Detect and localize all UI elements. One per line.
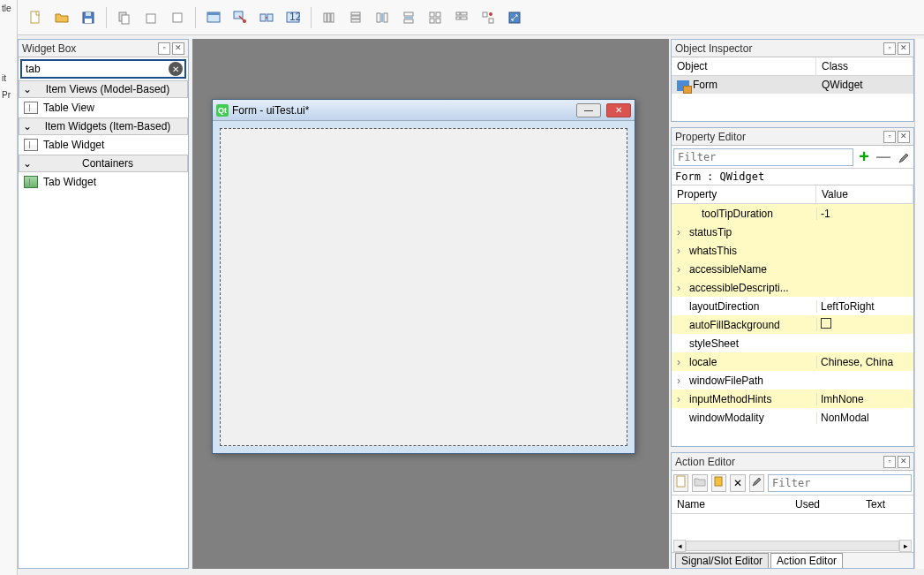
object-row[interactable]: Form QWidget [672,76,913,94]
cut-button[interactable] [165,5,190,30]
new-action-button[interactable] [673,474,688,492]
widget-item[interactable]: Table Widget [19,135,188,155]
property-filter-input[interactable] [673,148,853,166]
dock-close-button[interactable]: ✕ [898,456,910,468]
layout-vertical-button[interactable] [343,5,368,30]
save-file-button[interactable] [76,5,101,30]
design-canvas[interactable]: Qt Form - uiTest.ui* — ✕ [192,39,669,569]
property-row[interactable]: ›accessibleDescripti... [672,278,913,297]
property-value[interactable]: ImhNone [816,393,913,405]
edit-signals-button[interactable] [228,5,252,30]
property-name: inputMethodHints [686,393,816,405]
svg-rect-5 [122,15,129,24]
remove-property-button[interactable]: — [875,148,892,166]
dock-close-button[interactable]: ✕ [898,42,910,55]
expand-icon[interactable]: › [672,375,686,387]
action-filter-input[interactable] [768,474,912,492]
property-row[interactable]: layoutDirectionLeftToRight [672,297,913,315]
widget-search-input[interactable] [24,63,169,75]
property-row[interactable]: toolTipDuration-1 [672,204,913,223]
action-list[interactable] [672,514,913,540]
edit-buddies-button[interactable] [254,5,279,30]
column-header[interactable]: Text [860,496,913,513]
svg-rect-34 [456,17,460,19]
configure-action-button[interactable] [749,474,764,492]
property-name: styleSheet [686,337,816,350]
dock-float-button[interactable]: ▫ [883,131,896,143]
tab-signal-slot-editor[interactable]: Signal/Slot Editor [675,553,769,568]
expand-icon[interactable]: › [672,282,686,294]
category-header[interactable]: ⌄Containers [19,155,188,172]
widget-search-field[interactable]: ✕ [20,59,186,79]
separator-icon [195,7,196,28]
checkbox-unchecked-icon[interactable] [821,318,831,329]
expand-icon[interactable]: › [672,263,686,276]
property-row[interactable]: ›windowFilePath [672,371,913,390]
close-button[interactable]: ✕ [606,103,631,117]
column-header[interactable]: Name [672,496,790,513]
action-hscroll[interactable]: ◂ ▸ [672,540,913,552]
paste-button[interactable] [139,5,163,30]
property-value[interactable]: LeftToRight [816,300,913,313]
category-header[interactable]: ⌄Item Views (Model-Based) [19,80,188,98]
form-titlebar[interactable]: Qt Form - uiTest.ui* — ✕ [213,100,635,121]
layout-hsplit-button[interactable] [370,5,394,30]
widget-item[interactable]: Tab Widget [19,172,188,192]
column-header[interactable]: Class [816,57,913,76]
copy-action-button[interactable] [711,474,726,492]
delete-action-button[interactable]: ✕ [730,474,745,492]
property-row[interactable]: styleSheet [672,334,913,352]
property-row[interactable]: windowModalityNonModal [672,408,913,427]
layout-form-button[interactable] [449,5,474,30]
expand-icon[interactable]: › [672,393,686,405]
expand-icon[interactable]: › [672,356,686,368]
property-name: windowFilePath [686,375,816,387]
column-header[interactable]: Value [816,185,913,204]
svg-rect-30 [430,19,434,23]
clear-search-icon[interactable]: ✕ [169,62,183,76]
form-body[interactable] [220,128,627,446]
property-value[interactable] [816,318,913,331]
column-header[interactable]: Property [672,185,816,204]
property-row[interactable]: ›accessibleName [672,260,913,278]
dock-float-button[interactable]: ▫ [883,42,896,55]
minimize-button[interactable]: — [576,103,601,117]
add-property-button[interactable]: + [855,148,873,166]
property-row[interactable]: ›whatsThis [672,241,913,260]
property-row[interactable]: ›statusTip [672,223,913,241]
break-layout-button[interactable] [476,5,500,30]
layout-horizontal-button[interactable] [317,5,342,30]
form-window[interactable]: Qt Form - uiTest.ui* — ✕ [212,99,635,454]
property-row[interactable]: autoFillBackground [672,315,913,334]
widget-item[interactable]: Table View [19,98,188,117]
scroll-left-button[interactable]: ◂ [673,540,686,552]
layout-grid-button[interactable] [423,5,447,30]
property-row[interactable]: ›localeChinese, China [672,352,913,371]
tab-action-editor[interactable]: Action Editor [770,553,843,568]
open-action-button[interactable] [692,474,707,492]
new-file-button[interactable] [23,5,48,30]
property-row[interactable]: ›inputMethodHintsImhNone [672,390,913,408]
property-value[interactable]: -1 [816,208,913,220]
copy-button[interactable] [112,5,137,30]
layout-vsplit-button[interactable] [396,5,421,30]
scroll-right-button[interactable]: ▸ [899,540,912,552]
property-value[interactable]: Chinese, China [816,356,913,368]
category-header[interactable]: ⌄Item Widgets (Item-Based) [19,117,188,135]
dock-close-button[interactable]: ✕ [172,42,184,55]
property-name: whatsThis [686,245,816,257]
dock-float-button[interactable]: ▫ [883,456,896,468]
expand-icon[interactable]: › [672,245,686,257]
property-settings-button[interactable] [894,148,912,166]
column-header[interactable]: Used [790,496,860,513]
property-list[interactable]: toolTipDuration-1›statusTip›whatsThis›ac… [672,204,913,427]
column-header[interactable]: Object [672,57,816,76]
expand-icon[interactable]: › [672,226,686,238]
dock-float-button[interactable]: ▫ [158,42,170,55]
dock-close-button[interactable]: ✕ [898,131,910,143]
adjust-size-button[interactable] [502,5,527,30]
property-value[interactable]: NonModal [816,412,913,424]
edit-tab-order-button[interactable]: 123 [281,5,305,30]
open-file-button[interactable] [49,5,74,30]
edit-widgets-button[interactable] [201,5,226,30]
